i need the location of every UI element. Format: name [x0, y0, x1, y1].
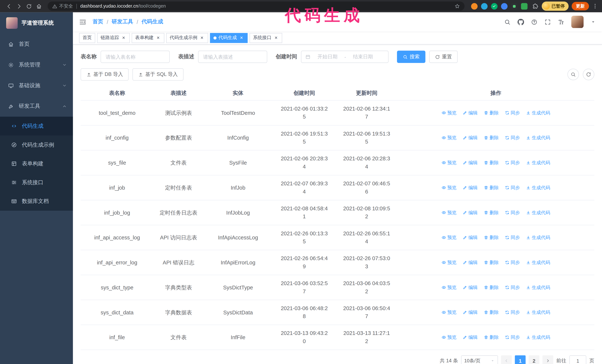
header-search-icon[interactable]: [504, 19, 510, 25]
docs-help-icon[interactable]: [531, 19, 538, 25]
browser-reload-icon[interactable]: [24, 1, 34, 11]
extension-blue-drop-icon[interactable]: [481, 3, 487, 10]
row-action-sync[interactable]: 同步: [505, 109, 520, 117]
row-action-preview[interactable]: 预览: [441, 109, 457, 117]
prev-page-button[interactable]: [501, 355, 512, 364]
sidebar-subitem-api[interactable]: 系统接口: [0, 173, 73, 192]
browser-back-icon[interactable]: [4, 1, 14, 11]
row-action-delete[interactable]: 删除: [484, 283, 499, 291]
extension-people-icon[interactable]: [501, 3, 507, 10]
row-action-preview[interactable]: 预览: [441, 333, 457, 341]
font-size-icon[interactable]: [558, 19, 564, 25]
hamburger-icon[interactable]: [79, 18, 86, 25]
row-action-edit[interactable]: 编辑: [463, 159, 478, 167]
user-menu-caret-icon[interactable]: [591, 19, 596, 25]
bookmark-star-icon[interactable]: [454, 3, 460, 9]
sidebar-subitem-codegen[interactable]: 代码生成: [0, 117, 73, 135]
row-action-edit[interactable]: 编辑: [463, 308, 478, 316]
sidebar-item-home[interactable]: 首页: [0, 34, 73, 54]
row-action-sync[interactable]: 同步: [505, 283, 520, 291]
tab[interactable]: 链路追踪: [97, 33, 130, 43]
browser-forward-icon[interactable]: [14, 1, 24, 11]
fullscreen-icon[interactable]: [544, 19, 551, 25]
next-page-button[interactable]: [543, 355, 553, 364]
row-action-delete[interactable]: 删除: [484, 233, 499, 242]
row-action-delete[interactable]: 删除: [484, 184, 499, 192]
browser-menu-icon[interactable]: [592, 3, 598, 9]
row-action-delete[interactable]: 删除: [484, 109, 499, 117]
import-db-button[interactable]: 基于 DB 导入: [81, 68, 129, 81]
row-action-preview[interactable]: 预览: [441, 283, 457, 291]
row-action-generate-code[interactable]: 生成代码: [526, 209, 550, 217]
tab[interactable]: 系统接口: [249, 33, 282, 43]
date-range-picker[interactable]: 开始日期 - 结束日期: [301, 51, 389, 63]
row-action-generate-code[interactable]: 生成代码: [526, 308, 550, 316]
sidebar-item-system[interactable]: 系统管理: [0, 54, 73, 75]
breadcrumb-item[interactable]: 首页: [93, 18, 103, 25]
row-action-preview[interactable]: 预览: [441, 184, 457, 192]
extension-green-check-icon[interactable]: [491, 3, 497, 10]
row-action-edit[interactable]: 编辑: [463, 233, 478, 242]
row-action-generate-code[interactable]: 生成代码: [526, 283, 550, 291]
row-action-sync[interactable]: 同步: [505, 159, 520, 167]
row-action-sync[interactable]: 同步: [505, 259, 520, 267]
close-icon[interactable]: [273, 35, 279, 41]
row-action-sync[interactable]: 同步: [505, 308, 520, 316]
row-action-sync[interactable]: 同步: [505, 184, 520, 192]
sidebar-subitem-form-build[interactable]: 表单构建: [0, 154, 73, 173]
extension-leaf-icon[interactable]: [521, 3, 527, 10]
row-action-edit[interactable]: 编辑: [463, 259, 478, 267]
import-sql-button[interactable]: 基于 SQL 导入: [133, 68, 183, 81]
row-action-generate-code[interactable]: 生成代码: [526, 134, 550, 142]
reset-button[interactable]: 重置: [429, 51, 458, 63]
row-action-preview[interactable]: 预览: [441, 159, 457, 167]
goto-page-input[interactable]: [570, 355, 586, 364]
row-action-preview[interactable]: 预览: [441, 134, 457, 142]
tab[interactable]: 代码生成示例: [166, 33, 208, 43]
row-action-delete[interactable]: 删除: [484, 259, 499, 267]
breadcrumb-item[interactable]: 研发工具: [112, 18, 133, 25]
row-action-edit[interactable]: 编辑: [463, 184, 478, 192]
row-action-edit[interactable]: 编辑: [463, 333, 478, 341]
page-button-1[interactable]: 1: [515, 355, 526, 364]
row-action-edit[interactable]: 编辑: [463, 134, 478, 142]
page-size-select[interactable]: 10条/页: [461, 355, 498, 364]
sidebar-item-infra[interactable]: 基础设施: [0, 75, 73, 96]
row-action-edit[interactable]: 编辑: [463, 283, 478, 291]
tab[interactable]: 表单构建: [132, 33, 164, 43]
row-action-sync[interactable]: 同步: [505, 134, 520, 142]
sidebar-item-devtools[interactable]: 研发工具: [0, 96, 73, 117]
row-action-sync[interactable]: 同步: [505, 233, 520, 242]
browser-update-button[interactable]: 更新: [572, 2, 589, 10]
table-desc-input[interactable]: [198, 51, 267, 63]
extensions-puzzle-icon[interactable]: [532, 3, 538, 9]
extension-dark-icon[interactable]: [511, 3, 517, 10]
row-action-delete[interactable]: 删除: [484, 134, 499, 142]
extension-orange-icon[interactable]: [471, 3, 477, 10]
sidebar-subitem-db-doc[interactable]: 数据库文档: [0, 192, 73, 211]
github-icon[interactable]: [517, 19, 524, 25]
row-action-generate-code[interactable]: 生成代码: [526, 233, 550, 242]
row-action-delete[interactable]: 删除: [484, 333, 499, 341]
row-action-delete[interactable]: 删除: [484, 308, 499, 316]
row-action-edit[interactable]: 编辑: [463, 109, 478, 117]
row-action-generate-code[interactable]: 生成代码: [526, 184, 550, 192]
row-action-delete[interactable]: 删除: [484, 209, 499, 217]
tab[interactable]: 代码生成: [210, 33, 248, 43]
close-icon[interactable]: [199, 35, 205, 41]
row-action-preview[interactable]: 预览: [441, 233, 457, 242]
row-action-preview[interactable]: 预览: [441, 259, 457, 267]
browser-home-icon[interactable]: [34, 1, 44, 11]
row-action-sync[interactable]: 同步: [505, 333, 520, 341]
table-name-input[interactable]: [101, 51, 170, 63]
row-action-preview[interactable]: 预览: [441, 308, 457, 316]
row-action-delete[interactable]: 删除: [484, 159, 499, 167]
close-icon[interactable]: [121, 35, 126, 41]
row-action-edit[interactable]: 编辑: [463, 209, 478, 217]
row-action-generate-code[interactable]: 生成代码: [526, 333, 550, 341]
user-avatar[interactable]: [571, 16, 583, 28]
search-button[interactable]: 搜索: [397, 51, 425, 63]
close-icon[interactable]: [239, 35, 244, 41]
close-icon[interactable]: [155, 35, 161, 41]
address-bar[interactable]: 不安全 dashboard.yudao.iocoder.cn/tool/code…: [48, 1, 464, 11]
